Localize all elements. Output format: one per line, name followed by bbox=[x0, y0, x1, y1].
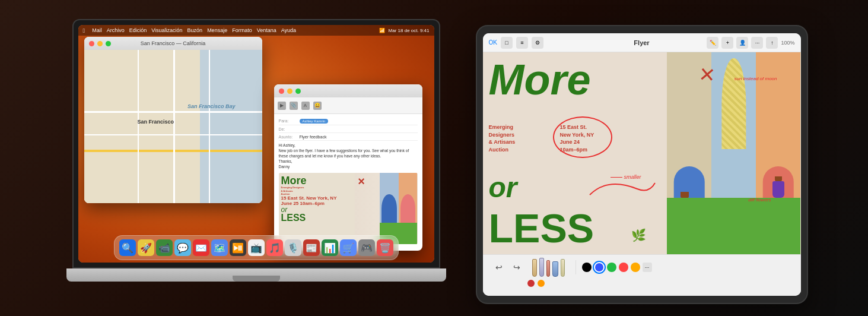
annotation-curve bbox=[590, 177, 661, 207]
ipad-drawing-toolbar: ↩ ↪ bbox=[483, 254, 801, 296]
color-green[interactable] bbox=[607, 263, 616, 272]
pen-tool-2[interactable] bbox=[539, 258, 544, 277]
flyer-info-line4: Auction bbox=[489, 146, 516, 154]
map-road-v2 bbox=[173, 50, 175, 203]
mail-subject-value: Flyer feedback bbox=[300, 135, 327, 139]
macos-dock: 🔍 🚀 📹 💬 ✉️ 🗺️ ⏯️ 📺 🎵 🎙️ 📰 📊 🛒 🎮 bbox=[114, 235, 399, 260]
paperclip-icon[interactable]: 📎 bbox=[290, 102, 298, 110]
menu-visualizacion[interactable]: Visualización bbox=[151, 27, 182, 33]
map-road-v3 bbox=[209, 50, 210, 203]
macos-menubar:  Mail Archivo Edición Visualización Buz… bbox=[78, 25, 434, 36]
dock-maps-icon[interactable]: 🗺️ bbox=[211, 239, 228, 256]
maps-titlebar: San Francisco — California bbox=[84, 37, 262, 50]
macbook-base bbox=[66, 268, 446, 282]
toolbar-separator bbox=[576, 260, 576, 274]
map-road-v1 bbox=[138, 50, 139, 203]
ipad-flyer-content: More Emerging Designers & Artisans Aucti… bbox=[483, 52, 801, 254]
mail-to-field: Para: Ashley Kamrin bbox=[279, 119, 418, 125]
ipad-screen: OK □ ≡ ⚙ Flyer ✏️ + 👤 ··· ↑ 100% bbox=[483, 33, 801, 296]
flyer-less-text: LESS bbox=[489, 208, 594, 248]
ipad-overflow-button[interactable]: ··· bbox=[751, 37, 763, 49]
pen-tool-5[interactable] bbox=[561, 259, 565, 277]
datetime: Mar 18 de oct. 9:41 bbox=[389, 28, 430, 33]
menu-formato[interactable]: Formato bbox=[232, 27, 252, 33]
diff-flowers-text: diff flowers bbox=[748, 197, 771, 203]
ipad-toolbar: OK □ ≡ ⚙ Flyer ✏️ + 👤 ··· ↑ 100% bbox=[483, 33, 801, 52]
minimize-button[interactable] bbox=[97, 41, 103, 46]
drawing-tools-row: ↩ ↪ bbox=[492, 258, 792, 277]
map-label-bay: San Francisco Bay bbox=[187, 103, 236, 109]
ipad-ok-button[interactable]: OK bbox=[489, 39, 497, 46]
color-orange[interactable] bbox=[631, 263, 640, 272]
ipad-share-button[interactable]: ↑ bbox=[766, 37, 778, 49]
flyer-mini-right: × bbox=[355, 173, 417, 244]
dock-music-icon[interactable]: 🎵 bbox=[266, 239, 283, 256]
ipad-person-button[interactable]: 👤 bbox=[736, 37, 748, 49]
dock-messages-icon[interactable]: 💬 bbox=[174, 239, 191, 256]
dock-numbers-icon[interactable]: 📊 bbox=[322, 239, 338, 256]
color-blue-selected[interactable] bbox=[594, 262, 605, 273]
maximize-button[interactable] bbox=[106, 41, 111, 46]
pen-tool-1[interactable] bbox=[532, 259, 537, 277]
flyer-more-text: More bbox=[489, 58, 591, 101]
flyer-info-line2: Designers bbox=[489, 131, 516, 139]
mail-titlebar bbox=[274, 84, 422, 97]
dock-appstore-icon[interactable]: 🛒 bbox=[340, 239, 357, 256]
pen-tool-3[interactable] bbox=[546, 260, 550, 277]
pen-tool-4[interactable] bbox=[552, 261, 558, 277]
color-dark-red[interactable] bbox=[527, 280, 535, 287]
undo-button[interactable]: ↩ bbox=[492, 260, 506, 274]
menu-edicion[interactable]: Edición bbox=[129, 27, 147, 33]
dock-facetime-icon[interactable]: 📹 bbox=[156, 239, 173, 256]
menu-archivo[interactable]: Archivo bbox=[107, 27, 125, 33]
color-yellow-orange[interactable] bbox=[538, 280, 545, 287]
menu-mensaje[interactable]: Mensaje bbox=[207, 27, 227, 33]
ipad-list-button[interactable]: ≡ bbox=[516, 37, 528, 49]
ipad-add-button[interactable]: + bbox=[721, 37, 733, 49]
dock-finder-icon[interactable]: 🔍 bbox=[119, 239, 136, 256]
menubar-right: 📶 Mar 18 de oct. 9:41 bbox=[379, 28, 430, 33]
ipad-pencil-button[interactable]: ✏️ bbox=[707, 37, 718, 49]
emoji-icon[interactable]: 😀 bbox=[313, 102, 322, 110]
dock-launchpad-icon[interactable]: 🚀 bbox=[138, 239, 154, 256]
flyer-mini: More Emerging Designers& ArtisansAuction… bbox=[279, 173, 418, 244]
color-black[interactable] bbox=[582, 263, 592, 272]
menu-buzon[interactable]: Buzón bbox=[187, 27, 203, 33]
flyer-mini-left: More Emerging Designers& ArtisansAuction… bbox=[279, 173, 355, 244]
menu-ventana[interactable]: Ventana bbox=[257, 27, 276, 33]
more-colors-button[interactable]: ··· bbox=[643, 263, 652, 272]
maps-window-title: San Francisco — California bbox=[141, 40, 206, 46]
mail-body-text: Hi Ashley, New job on the flyer. I have … bbox=[279, 143, 418, 169]
macbook-screen-outer:  Mail Archivo Edición Visualización Buz… bbox=[72, 19, 440, 268]
color-red[interactable] bbox=[619, 263, 628, 272]
mail-minimize-button[interactable] bbox=[287, 89, 292, 94]
macbook-notch bbox=[233, 276, 280, 282]
flyer-mini-columns bbox=[380, 173, 417, 244]
mail-toolbar: ▶ 📎 A 😀 bbox=[274, 97, 422, 114]
send-icon[interactable]: ▶ bbox=[278, 102, 286, 110]
dock-mail-icon[interactable]: ✉️ bbox=[193, 239, 209, 256]
mail-subject-label: Asunto: bbox=[279, 135, 300, 139]
flyer-mini-less-text: LESS bbox=[281, 213, 353, 223]
ipad-device: OK □ ≡ ⚙ Flyer ✏️ + 👤 ··· ↑ 100% bbox=[476, 25, 808, 304]
dock-appletv-icon[interactable]: 📺 bbox=[248, 239, 265, 256]
close-button[interactable] bbox=[89, 41, 94, 46]
ipad-shape-button[interactable]: □ bbox=[501, 37, 513, 49]
dock-podcasts-icon[interactable]: 🎙️ bbox=[285, 239, 301, 256]
flyer-right-columns bbox=[667, 52, 800, 254]
mail-compose-window[interactable]: ▶ 📎 A 😀 Para: Ashley Kamrin De: bbox=[274, 84, 422, 251]
mail-maximize-button[interactable] bbox=[295, 89, 301, 94]
ipad-outer: OK □ ≡ ⚙ Flyer ✏️ + 👤 ··· ↑ 100% bbox=[476, 25, 808, 304]
ipad-settings-button[interactable]: ⚙ bbox=[532, 37, 543, 49]
format-icon[interactable]: A bbox=[301, 102, 310, 110]
dock-trash-icon[interactable]: 🗑️ bbox=[377, 239, 393, 256]
redo-button[interactable]: ↪ bbox=[510, 260, 524, 274]
dock-spotify-icon[interactable]: 🎮 bbox=[358, 239, 375, 256]
mail-close-button[interactable] bbox=[279, 89, 284, 94]
menu-ayuda[interactable]: Ayuda bbox=[281, 27, 296, 33]
dock-news-icon[interactable]: 📰 bbox=[303, 239, 320, 256]
maps-window[interactable]: San Francisco — California bbox=[84, 37, 262, 203]
menu-mail[interactable]: Mail bbox=[92, 27, 102, 33]
mail-from-label: De: bbox=[279, 127, 300, 131]
dock-quicktime-icon[interactable]: ⏯️ bbox=[230, 239, 246, 256]
